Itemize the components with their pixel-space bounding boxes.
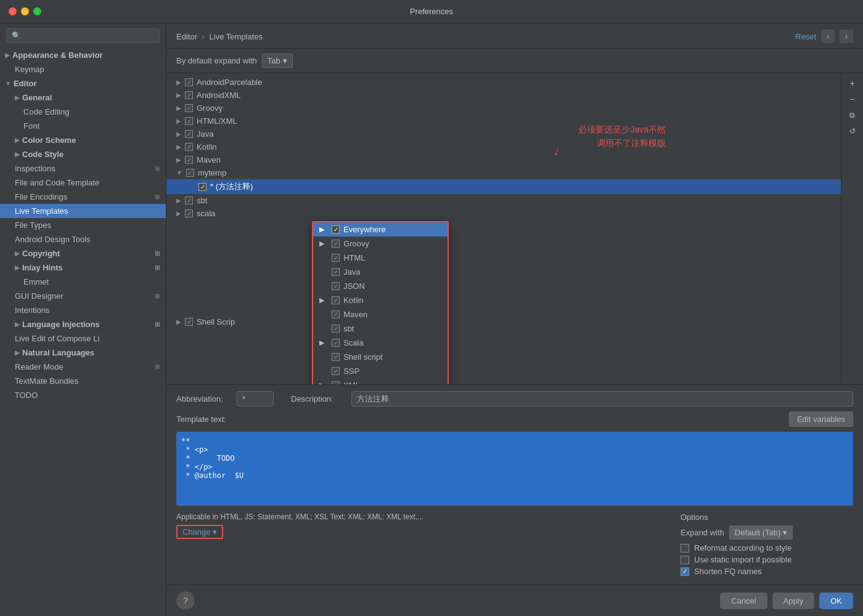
change-button[interactable]: Change ▾ bbox=[176, 525, 223, 539]
help-button[interactable]: ? bbox=[176, 591, 195, 610]
edit-variables-button[interactable]: Edit variables bbox=[789, 411, 853, 427]
ok-button[interactable]: OK bbox=[819, 593, 853, 609]
reset-button[interactable]: ↺ bbox=[845, 124, 860, 139]
template-item-comment[interactable]: ✓ * (方法注释) bbox=[166, 179, 841, 194]
remove-button[interactable]: − bbox=[845, 92, 860, 107]
item-checkbox[interactable]: ✓ bbox=[332, 381, 340, 384]
sidebar-item-gui-designer[interactable]: GUI Designer ⊞ bbox=[0, 289, 166, 303]
template-group-scala[interactable]: ▶ ✓ scala bbox=[166, 207, 841, 220]
dropdown-item-html[interactable]: ✓ HTML bbox=[313, 251, 448, 265]
option-checkbox[interactable] bbox=[681, 556, 689, 564]
sidebar-item-file-code-template[interactable]: File and Code Template bbox=[0, 176, 166, 190]
sidebar-item-language-injections[interactable]: ▶ Language Injections ⊞ bbox=[0, 317, 166, 331]
item-checkbox[interactable]: ✓ bbox=[332, 254, 340, 262]
sidebar-item-copyright[interactable]: ▶ Copyright ⊞ bbox=[0, 246, 166, 261]
apply-button[interactable]: Apply bbox=[772, 593, 815, 609]
item-checkbox[interactable]: ✓ bbox=[332, 339, 340, 347]
group-checkbox[interactable]: ✓ bbox=[185, 209, 193, 217]
item-checkbox[interactable]: ✓ bbox=[332, 240, 340, 248]
search-input[interactable] bbox=[23, 31, 154, 40]
dropdown-item-shell-script[interactable]: ✓ Shell script bbox=[313, 350, 448, 364]
item-checkbox[interactable]: ✓ bbox=[332, 310, 340, 318]
sidebar-item-color-scheme[interactable]: ▶ Color Scheme bbox=[0, 133, 166, 147]
template-text-editor[interactable]: ** * <p> * TODO * </p> * @author $U bbox=[176, 432, 853, 506]
group-checkbox[interactable]: ✓ bbox=[185, 197, 193, 205]
template-group-htmlxml[interactable]: ▶ ✓ HTML/XML bbox=[166, 115, 841, 128]
description-input[interactable] bbox=[351, 391, 853, 407]
sidebar-item-textmate-bundles[interactable]: TextMate Bundles bbox=[0, 374, 166, 388]
sidebar-item-editor[interactable]: ▼ Editor bbox=[0, 76, 166, 91]
group-checkbox[interactable]: ✓ bbox=[185, 117, 193, 125]
sidebar-search[interactable]: 🔍 bbox=[6, 28, 160, 43]
option-checkbox[interactable]: ✓ bbox=[681, 567, 689, 576]
dropdown-item-maven[interactable]: ✓ Maven bbox=[313, 307, 448, 322]
item-checkbox[interactable]: ✓ bbox=[332, 282, 340, 290]
close-button[interactable] bbox=[9, 7, 17, 15]
dropdown-item-sbt[interactable]: ✓ sbt bbox=[313, 322, 448, 336]
group-label: Groovy bbox=[197, 103, 223, 113]
sidebar-item-android-design[interactable]: Android Design Tools bbox=[0, 232, 166, 246]
add-button[interactable]: + bbox=[845, 76, 860, 91]
sidebar-item-intentions[interactable]: Intentions bbox=[0, 303, 166, 317]
group-checkbox[interactable]: ✓ bbox=[185, 91, 193, 99]
dropdown-item-scala[interactable]: ▶ ✓ Scala bbox=[313, 336, 448, 350]
template-group-groovy[interactable]: ▶ ✓ Groovy bbox=[166, 102, 841, 115]
template-group-maven[interactable]: ▶ ✓ Maven bbox=[166, 153, 841, 166]
group-checkbox[interactable]: ✓ bbox=[185, 156, 193, 164]
sidebar-item-inspections[interactable]: Inspections ⊞ bbox=[0, 161, 166, 176]
template-group-kotlin[interactable]: ▶ ✓ Kotlin bbox=[166, 140, 841, 153]
group-checkbox[interactable]: ✓ bbox=[185, 130, 193, 138]
dropdown-item-json[interactable]: ✓ JSON bbox=[313, 279, 448, 293]
minimize-button[interactable] bbox=[21, 7, 29, 15]
item-checkbox[interactable]: ✓ bbox=[332, 268, 340, 276]
sidebar-item-live-edit[interactable]: Live Edit of Compose Li bbox=[0, 331, 166, 346]
template-group-java[interactable]: ▶ ✓ Java bbox=[166, 128, 841, 140]
sidebar-item-reader-mode[interactable]: Reader Mode ⊞ bbox=[0, 360, 166, 374]
maximize-button[interactable] bbox=[33, 7, 41, 15]
item-checkbox[interactable]: ✓ bbox=[198, 183, 207, 191]
item-checkbox[interactable]: ✓ bbox=[332, 367, 340, 375]
template-group-shell-script[interactable]: ▶ ✓ Shell Scrip ▶ ✓ Everywhere ▶ bbox=[166, 220, 841, 384]
template-group-androidparcelable[interactable]: ▶ ✓ AndroidParcelable bbox=[166, 76, 841, 89]
group-checkbox[interactable]: ✓ bbox=[185, 318, 193, 326]
sidebar-item-code-editing[interactable]: Code Editing bbox=[0, 105, 166, 119]
sidebar-item-code-style[interactable]: ▶ Code Style bbox=[0, 147, 166, 161]
abbreviation-input[interactable] bbox=[237, 391, 274, 407]
template-group-androidxml[interactable]: ▶ ✓ AndroidXML bbox=[166, 89, 841, 102]
dropdown-item-xml[interactable]: ▶ ✓ XML bbox=[313, 378, 448, 384]
sidebar-item-natural-languages[interactable]: ▶ Natural Languages bbox=[0, 346, 166, 360]
dropdown-item-java[interactable]: ✓ Java bbox=[313, 265, 448, 279]
reset-button[interactable]: Reset bbox=[795, 32, 816, 41]
sidebar-item-file-types[interactable]: File Types bbox=[0, 218, 166, 232]
dropdown-item-kotlin[interactable]: ▶ ✓ Kotlin bbox=[313, 293, 448, 307]
template-group-mytemp[interactable]: ▼ ✓ mytemp bbox=[166, 166, 841, 179]
template-group-sbt[interactable]: ▶ ✓ sbt bbox=[166, 194, 841, 207]
sidebar-item-todo[interactable]: TODO bbox=[0, 388, 166, 402]
dropdown-item-everywhere[interactable]: ▶ ✓ Everywhere bbox=[313, 222, 448, 237]
sidebar-item-emmet[interactable]: Emmet bbox=[0, 275, 166, 289]
copy-button[interactable]: ⧉ bbox=[845, 108, 860, 123]
expand-dropdown[interactable]: Tab ▾ bbox=[262, 54, 293, 68]
group-checkbox[interactable]: ✓ bbox=[185, 143, 193, 151]
cancel-button[interactable]: Cancel bbox=[720, 593, 767, 609]
dropdown-item-groovy[interactable]: ▶ ✓ Groovy bbox=[313, 237, 448, 251]
nav-forward-button[interactable]: › bbox=[840, 30, 853, 43]
sidebar-item-keymap[interactable]: Keymap bbox=[0, 62, 166, 76]
group-checkbox[interactable]: ✓ bbox=[185, 78, 193, 86]
nav-back-button[interactable]: ‹ bbox=[821, 30, 835, 43]
item-checkbox[interactable]: ✓ bbox=[332, 296, 340, 304]
item-checkbox[interactable]: ✓ bbox=[332, 225, 340, 233]
sidebar-item-inlay-hints[interactable]: ▶ Inlay Hints ⊞ bbox=[0, 261, 166, 275]
sidebar-item-file-encodings[interactable]: File Encodings ⊞ bbox=[0, 190, 166, 204]
sidebar-item-live-templates[interactable]: Live Templates bbox=[0, 204, 166, 218]
group-checkbox[interactable]: ✓ bbox=[185, 104, 193, 112]
group-checkbox[interactable]: ✓ bbox=[186, 169, 194, 177]
dropdown-item-ssp[interactable]: ✓ SSP bbox=[313, 364, 448, 378]
expand-with-dropdown[interactable]: Default (Tab) ▾ bbox=[729, 525, 793, 540]
sidebar-item-general[interactable]: ▶ General bbox=[0, 91, 166, 105]
option-checkbox[interactable] bbox=[681, 544, 689, 553]
sidebar-item-font[interactable]: Font bbox=[0, 119, 166, 133]
item-checkbox[interactable]: ✓ bbox=[332, 353, 340, 361]
item-checkbox[interactable]: ✓ bbox=[332, 325, 340, 333]
sidebar-item-appearance[interactable]: ▶ Appearance & Behavior bbox=[0, 48, 166, 62]
